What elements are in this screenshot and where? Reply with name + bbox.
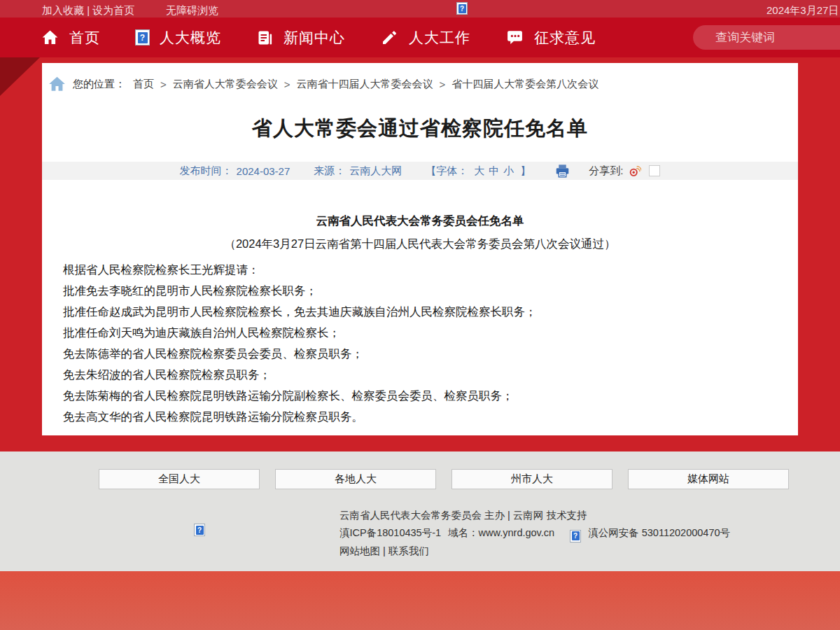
nav-item-work[interactable]: 人大工作 [380,28,470,48]
publish-date: 2024-03-27 [237,165,290,177]
breadcrumb-item-home[interactable]: 首页 [133,78,154,91]
broken-image-icon: ? [194,524,205,536]
font-size-controls: 大中小 [472,164,516,178]
add-favorite-link[interactable]: 加入收藏 [42,4,84,16]
footer-record-line: 滇ICP备18010435号-1 域名：www.ynrd.gov.cn ? 滇公… [340,524,730,542]
font-size-medium-button[interactable]: 中 [489,164,499,176]
nav-item-label: 人大概览 [160,28,221,48]
share-label: 分享到: [589,164,623,178]
breadcrumb-separator: > [160,78,167,90]
footer-link-groups: 全国人大 各地人大 州市人大 媒体网站 [99,451,840,489]
breadcrumb-item-meetings[interactable]: 云南省人大常委会会议 [173,78,278,91]
footer-links-line: 网站地图 | 联系我们 [340,542,730,560]
article-card: 您的位置： 首页 > 云南省人大常委会会议 > 云南省十四届人大常委会会议 > … [42,63,798,435]
corner-ribbon [0,57,40,96]
font-size-large-button[interactable]: 大 [474,164,484,176]
breadcrumb: 您的位置： 首页 > 云南省人大常委会会议 > 云南省十四届人大常委会会议 > … [48,74,798,94]
paragraph: 批准免去李晓红的昆明市人民检察院检察长职务； [63,280,777,301]
pen-icon [380,29,399,46]
breadcrumb-separator: > [284,78,290,90]
search-input[interactable] [693,25,840,50]
document-title: 云南省人民代表大会常务委员会任免名单 [42,214,798,229]
paragraph: 批准任命刘天鸣为迪庆藏族自治州人民检察院检察长； [63,322,777,343]
paragraph: 免去陈菊梅的省人民检察院昆明铁路运输分院副检察长、检察委员会委员、检察员职务； [63,385,777,406]
footer: 全国人大 各地人大 州市人大 媒体网站 ? 云南省人民代表大会常务委员会 主办 … [0,451,840,571]
source-link[interactable]: 云南人大网 [349,164,402,178]
topbar-left-links: 加入收藏 | 设为首页 [42,4,134,18]
broken-image-glyph: ? [138,32,148,43]
footer-separator-glyph: | [383,545,386,556]
breadcrumb-item-session-list[interactable]: 云南省十四届人大常委会会议 [297,78,433,91]
paragraph: 根据省人民检察院检察长王光辉提请： [63,259,777,280]
font-size-small-button[interactable]: 小 [503,164,514,176]
paragraph: 免去朱绍波的省人民检察院检察员职务； [63,364,777,385]
domain-label: 域名： [448,527,479,538]
footer-host-line: 云南省人民代表大会常务委员会 主办 | 云南网 技术支持 [340,507,730,524]
news-icon [256,29,274,46]
nav-item-label: 人大工作 [409,28,470,48]
security-record-link[interactable]: 滇公网安备 53011202000470号 [588,527,730,538]
chat-icon [505,29,524,46]
topbar: 加入收藏 | 设为首页 无障碍浏览 ? 2024年3月27日 [0,0,840,18]
domain-value: www.ynrd.gov.cn [479,527,555,538]
footer-info: 云南省人民代表大会常务委员会 主办 | 云南网 技术支持 滇ICP备180104… [340,507,730,559]
set-homepage-link[interactable]: 设为首页 [92,4,134,16]
nav-item-label: 首页 [69,28,100,48]
document-body: 根据省人民检察院检察长王光辉提请： 批准免去李晓红的昆明市人民检察院检察长职务；… [63,259,777,427]
footer-dropdown-media[interactable]: 媒体网站 [628,469,789,489]
nav-item-overview[interactable]: ? 人大概览 [135,28,221,48]
source-label: 来源： [314,164,345,178]
paragraph: 免去陈德举的省人民检察院检察委员会委员、检察员职务； [63,343,777,364]
house-icon [48,75,66,93]
nav-item-feedback[interactable]: 征求意见 [505,28,596,48]
share-placeholder-icon[interactable] [649,165,660,176]
broken-image-icon: ? [570,530,581,542]
content-background: 您的位置： 首页 > 云南省人大常委会会议 > 云南省十四届人大常委会会议 > … [0,57,840,451]
nav-item-label: 征求意见 [534,28,596,48]
icp-number: 滇ICP备18010435号-1 [340,527,441,538]
paragraph: 免去高文华的省人民检察院昆明铁路运输分院检察员职务。 [63,406,777,427]
font-size-bracket-close: 】 [520,164,531,178]
broken-image-icon: ? [135,29,150,46]
bottom-band [0,571,840,630]
broken-image-glyph: ? [196,526,204,535]
accessibility-link[interactable]: 无障碍浏览 [166,4,218,16]
broken-image-icon: ? [456,2,468,15]
broken-image-glyph: ? [458,4,466,13]
paragraph: 批准任命赵成武为昆明市人民检察院检察长，免去其迪庆藏族自治州人民检察院检察长职务… [63,301,777,322]
footer-dropdown-prefecture[interactable]: 州市人大 [451,469,612,489]
nav-item-label: 新闻中心 [284,28,345,48]
topbar-separator-glyph: | [87,4,90,16]
broken-image-glyph: ? [572,531,580,540]
breadcrumb-separator: > [440,78,446,90]
contact-link[interactable]: 联系我们 [388,545,429,556]
document-subtitle: （2024年3月27日云南省第十四届人民代表大会常务委员会第八次会议通过） [42,237,798,252]
font-size-bracket-open: 【字体： [426,164,468,178]
home-icon [41,29,59,46]
print-button[interactable] [554,164,570,178]
topbar-date: 2024年3月27日 [766,4,839,18]
main-nav: 首页 ? 人大概览 新闻中心 人大工作 征求意见 [0,18,840,57]
nav-item-news[interactable]: 新闻中心 [256,28,345,48]
sitemap-link[interactable]: 网站地图 [340,545,380,556]
breadcrumb-item-current[interactable]: 省十四届人大常委会第八次会议 [451,78,598,91]
page-title: 省人大常委会通过省检察院任免名单 [42,115,798,143]
publish-time-label: 发布时间： [180,164,232,178]
article-meta-bar: 发布时间： 2024-03-27 来源： 云南人大网 【字体： 大中小 】 分享… [42,162,798,180]
footer-dropdown-npc[interactable]: 全国人大 [99,469,260,489]
nav-item-home[interactable]: 首页 [41,28,100,48]
footer-dropdown-regional[interactable]: 各地人大 [275,469,436,489]
breadcrumb-prefix: 您的位置： [73,78,125,91]
page: 加入收藏 | 设为首页 无障碍浏览 ? 2024年3月27日 首页 ? 人大概览… [0,0,840,630]
weibo-share-icon[interactable] [629,165,641,177]
